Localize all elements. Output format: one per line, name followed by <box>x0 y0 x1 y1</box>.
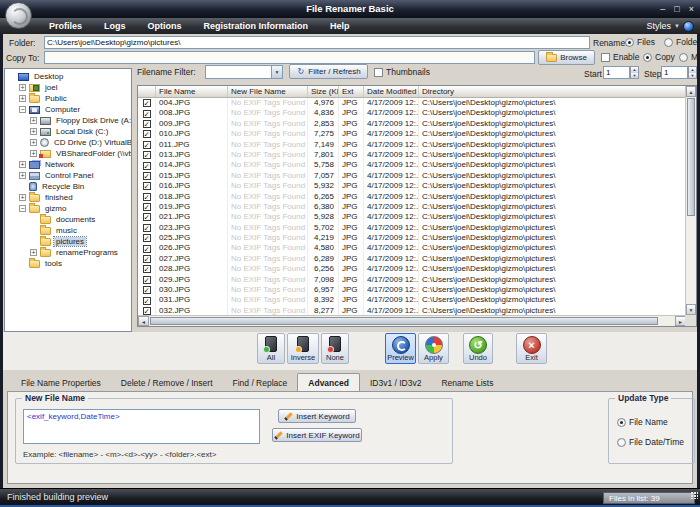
row-checkbox[interactable]: ✓ <box>138 171 156 181</box>
expand-icon[interactable]: + <box>30 128 37 135</box>
expand-icon[interactable]: + <box>30 249 37 256</box>
row-checkbox[interactable]: ✓ <box>138 212 156 222</box>
start-spinner[interactable]: ▲▼ <box>630 66 639 79</box>
tree-item-cd-drive-d-virtualbox-guest[interactable]: +CD Drive (D:) VirtualBox Guest <box>5 137 131 148</box>
collapse-icon[interactable]: − <box>19 106 26 113</box>
filename-filter-dropdown[interactable]: ▼ <box>205 65 283 79</box>
row-checkbox[interactable]: ✓ <box>138 181 156 191</box>
row-checkbox[interactable]: ✓ <box>138 295 156 305</box>
tree-item-desktop[interactable]: Desktop <box>5 71 131 82</box>
radio-icon[interactable] <box>679 53 688 62</box>
table-row[interactable]: ✓019.JPGNo EXIF Tags Found6,380JPG4/17/2… <box>138 202 686 212</box>
column-header-file-name[interactable]: File Name <box>156 86 228 97</box>
table-row[interactable]: ✓015.JPGNo EXIF Tags Found7,057JPG4/17/2… <box>138 171 686 181</box>
start-input[interactable] <box>603 66 630 79</box>
tree-item-music[interactable]: music <box>5 225 131 236</box>
table-row[interactable]: ✓026.JPGNo EXIF Tags Found4,580JPG4/17/2… <box>138 243 686 253</box>
row-checkbox[interactable]: ✓ <box>138 160 156 170</box>
collapse-icon[interactable]: − <box>19 205 26 212</box>
update-file-name-radio[interactable]: File Name <box>617 417 668 427</box>
table-row[interactable]: ✓031.JPGNo EXIF Tags Found8,392JPG4/17/2… <box>138 295 686 305</box>
row-checkbox[interactable]: ✓ <box>138 233 156 243</box>
maximize-button[interactable]: □ <box>674 5 679 14</box>
rename-files-radio[interactable]: Files <box>625 37 655 47</box>
menu-item-options[interactable]: Options <box>137 21 193 31</box>
checkbox-checked-icon[interactable]: ✓ <box>143 120 151 128</box>
horizontal-scrollbar[interactable]: ◄ ► <box>138 315 686 326</box>
checkbox-checked-icon[interactable]: ✓ <box>143 234 151 242</box>
vertical-scrollbar[interactable]: ▲ ▼ <box>685 86 696 315</box>
row-checkbox[interactable]: ✓ <box>138 129 156 139</box>
row-checkbox[interactable]: ✓ <box>138 192 156 202</box>
tree-item-recycle-bin[interactable]: Recycle Bin <box>5 181 131 192</box>
step-input[interactable] <box>661 66 688 79</box>
row-checkbox[interactable]: ✓ <box>138 108 156 118</box>
insert-keyword-button[interactable]: Insert Keyword <box>278 409 356 423</box>
menu-item-logs[interactable]: Logs <box>93 21 137 31</box>
checkbox-icon[interactable] <box>374 68 383 77</box>
update-file-datetime-radio[interactable]: File Date/Time <box>617 437 684 447</box>
tree-item-computer[interactable]: −Computer <box>5 104 131 115</box>
expand-icon[interactable]: + <box>19 95 26 102</box>
radio-icon[interactable] <box>664 38 673 47</box>
table-row[interactable]: ✓027.JPGNo EXIF Tags Found6,289JPG4/17/2… <box>138 254 686 264</box>
pattern-textarea[interactable]: <exif_keyword,DateTime> <box>23 409 260 444</box>
move-radio[interactable]: Move <box>679 52 700 62</box>
radio-icon[interactable] <box>617 438 626 447</box>
tree-item-local-disk-c[interactable]: +Local Disk (C:) <box>5 126 131 137</box>
tab-file-name-properties[interactable]: File Name Properties <box>11 375 111 391</box>
column-header-new-file-name[interactable]: New File Name <box>228 86 308 97</box>
thumbnails-checkbox[interactable]: Thumbnails <box>374 67 430 77</box>
expand-icon[interactable]: + <box>19 194 26 201</box>
column-header-size-kb[interactable]: Size (KB) <box>308 86 339 97</box>
table-row[interactable]: ✓009.JPGNo EXIF Tags Found2,853JPG4/17/2… <box>138 119 686 129</box>
table-row[interactable]: ✓014.JPGNo EXIF Tags Found5,758JPG4/17/2… <box>138 160 686 170</box>
filter-refresh-button[interactable]: ↻ Filter / Refresh <box>289 64 368 79</box>
tab-rename-lists[interactable]: Rename Lists <box>431 375 503 391</box>
table-row[interactable]: ✓023.JPGNo EXIF Tags Found5,702JPG4/17/2… <box>138 223 686 233</box>
table-row[interactable]: ✓011.JPGNo EXIF Tags Found7,149JPG4/17/2… <box>138 140 686 150</box>
tree-item-joel[interactable]: +joel <box>5 82 131 93</box>
menu-item-registration-information[interactable]: Registration Information <box>193 21 320 31</box>
checkbox-checked-icon[interactable]: ✓ <box>143 172 151 180</box>
row-checkbox[interactable]: ✓ <box>138 223 156 233</box>
expand-icon[interactable]: + <box>30 117 37 124</box>
table-row[interactable]: ✓030.JPGNo EXIF Tags Found6,957JPG4/17/2… <box>138 285 686 295</box>
checkbox-checked-icon[interactable]: ✓ <box>143 151 151 159</box>
checkbox-checked-icon[interactable]: ✓ <box>143 297 151 305</box>
row-checkbox[interactable]: ✓ <box>138 140 156 150</box>
tree-item-documents[interactable]: documents <box>5 214 131 225</box>
undo-button[interactable]: ↺ Undo <box>463 333 493 364</box>
row-checkbox[interactable]: ✓ <box>138 150 156 160</box>
styles-button[interactable]: Styles ▼ <box>647 18 694 34</box>
preview-button[interactable]: Preview <box>385 333 416 364</box>
expand-icon[interactable]: + <box>19 84 26 91</box>
scroll-up-icon[interactable]: ▲ <box>686 86 696 97</box>
column-header-ext[interactable]: Ext <box>339 86 364 97</box>
expand-icon[interactable]: + <box>30 139 37 146</box>
tree-item-tools[interactable]: tools <box>5 258 131 269</box>
table-row[interactable]: ✓008.JPGNo EXIF Tags Found4,836JPG4/17/2… <box>138 108 686 118</box>
enable-checkbox[interactable]: Enable <box>601 52 639 62</box>
copy-to-input[interactable] <box>44 51 535 64</box>
close-button[interactable]: × <box>689 5 694 14</box>
checkbox-checked-icon[interactable]: ✓ <box>143 255 151 263</box>
row-checkbox[interactable]: ✓ <box>138 202 156 212</box>
menu-item-profiles[interactable]: Profiles <box>38 21 93 31</box>
vertical-scroll-thumb[interactable] <box>687 98 695 216</box>
checkbox-checked-icon[interactable]: ✓ <box>143 286 151 294</box>
tree-item-vbsharedfolder-vboxsvr-2[interactable]: +VBSharedFolder (\\vboxsvr) (2 <box>5 148 131 159</box>
column-header-directory[interactable]: Directory <box>419 86 686 97</box>
tree-item-pictures[interactable]: pictures <box>5 236 131 247</box>
row-checkbox[interactable]: ✓ <box>138 119 156 129</box>
folder-input[interactable] <box>44 36 590 49</box>
table-row[interactable]: ✓016.JPGNo EXIF Tags Found5,932JPG4/17/2… <box>138 181 686 191</box>
row-checkbox[interactable]: ✓ <box>138 285 156 295</box>
exit-button[interactable]: × Exit <box>516 333 547 364</box>
none-button[interactable]: None <box>321 333 349 364</box>
expand-icon[interactable]: + <box>30 150 37 157</box>
row-checkbox[interactable]: ✓ <box>138 243 156 253</box>
checkbox-checked-icon[interactable]: ✓ <box>143 265 151 273</box>
tree-item-public[interactable]: +Public <box>5 93 131 104</box>
checkbox-checked-icon[interactable]: ✓ <box>143 162 151 170</box>
